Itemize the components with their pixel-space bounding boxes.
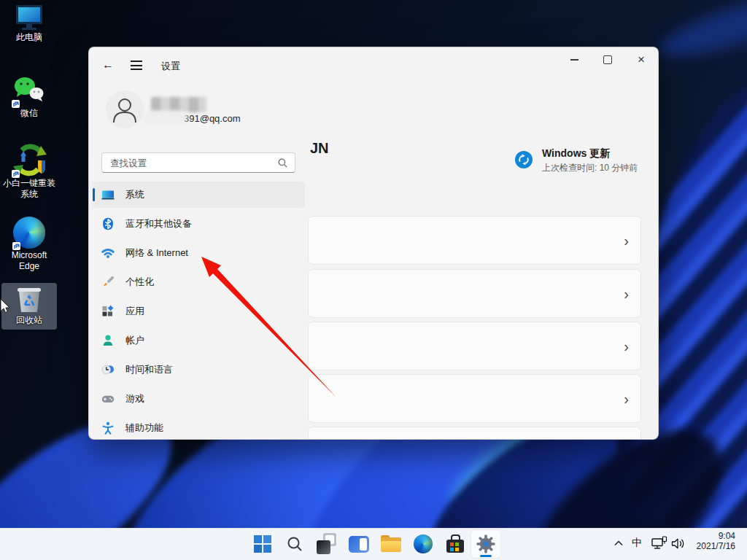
task-view-icon xyxy=(315,532,338,556)
sidebar-item-label: 辅助功能 xyxy=(125,421,163,435)
widgets-button[interactable] xyxy=(344,530,374,558)
bluetooth-icon xyxy=(101,217,115,230)
sidebar-item-apps[interactable]: 应用 xyxy=(93,298,305,324)
desktop-icon-label: 此电脑 xyxy=(1,32,57,43)
shortcut-arrow-icon xyxy=(12,242,20,250)
minimize-button[interactable] xyxy=(557,47,591,72)
apps-icon xyxy=(101,305,115,318)
windows-update-status[interactable]: Windows 更新 上次检查时间: 10 分钟前 xyxy=(515,146,654,181)
windows-update-icon xyxy=(515,151,533,168)
store-button[interactable] xyxy=(441,530,470,558)
gamepad-icon xyxy=(101,392,115,405)
desktop-icon-label: 小白一键重装 xyxy=(1,178,57,189)
minimize-icon xyxy=(570,59,578,61)
sidebar-item-time-language[interactable]: 时间和语言 xyxy=(93,357,305,383)
start-button[interactable] xyxy=(248,530,277,558)
sidebar-item-network-internet[interactable]: 网络 & Internet xyxy=(93,240,305,266)
settings-row[interactable]: › xyxy=(308,269,641,318)
settings-window: ← 设置 × 391@qq.com 查找 xyxy=(88,47,659,440)
speaker-icon xyxy=(671,537,686,550)
taskbar-search-button[interactable] xyxy=(280,530,309,558)
settings-row[interactable]: › xyxy=(308,322,641,370)
wifi-icon xyxy=(101,246,115,260)
windows-logo-icon xyxy=(254,535,271,553)
sidebar-item-label: 网络 & Internet xyxy=(125,246,188,260)
sidebar-item-label: 个性化 xyxy=(125,276,154,289)
maximize-button[interactable] xyxy=(591,47,624,72)
maximize-icon xyxy=(603,55,612,64)
file-explorer-button[interactable] xyxy=(376,530,406,558)
search-input[interactable]: 查找设置 xyxy=(101,152,295,173)
sidebar-item-label: 蓝牙和其他设备 xyxy=(125,217,192,230)
ime-label: 中 xyxy=(632,537,642,550)
account-email-redacted xyxy=(144,111,187,124)
desktop-icon-this-pc[interactable]: 此电脑 xyxy=(1,4,57,43)
system-icon xyxy=(101,188,115,201)
account-section[interactable]: 391@qq.com xyxy=(106,90,332,131)
sidebar-item-label: 帐户 xyxy=(125,334,144,347)
ethernet-icon xyxy=(651,536,667,551)
time-language-icon xyxy=(101,363,115,376)
sidebar-item-personalization[interactable]: 个性化 xyxy=(93,269,305,295)
desktop-icon-label: 微信 xyxy=(1,108,57,119)
windows-update-title: Windows 更新 xyxy=(542,147,610,160)
widgets-icon xyxy=(349,536,369,553)
desktop-screen: 此电脑 微信 xyxy=(0,0,747,560)
edge-button[interactable] xyxy=(409,530,438,558)
avatar xyxy=(106,90,144,128)
desktop-icon-label: Microsoft xyxy=(1,250,57,261)
back-button[interactable]: ← xyxy=(102,58,114,71)
search-icon xyxy=(278,158,287,168)
mouse-cursor xyxy=(0,299,10,314)
search-placeholder: 查找设置 xyxy=(110,158,147,170)
file-explorer-icon xyxy=(380,535,402,553)
desktop-icon-wechat[interactable]: 微信 xyxy=(1,74,57,119)
account-email: 391@qq.com xyxy=(184,113,241,124)
task-view-button[interactable] xyxy=(312,530,341,558)
sidebar-item-label: 游戏 xyxy=(125,392,144,405)
sidebar-item-accounts[interactable]: 帐户 xyxy=(93,327,305,354)
account-name-redacted xyxy=(151,97,206,112)
chevron-right-icon: › xyxy=(624,287,629,301)
desktop-icon-label: 系统 xyxy=(1,189,57,200)
window-title: 设置 xyxy=(161,60,180,73)
desktop-icon-xiaobai[interactable]: 小白一键重装 系统 xyxy=(1,143,57,200)
settings-row[interactable]: › xyxy=(308,427,641,440)
active-app-indicator xyxy=(480,555,492,557)
edge-icon xyxy=(414,534,433,553)
close-button[interactable]: × xyxy=(624,47,658,72)
sidebar-item-accessibility[interactable]: 辅助功能 xyxy=(93,415,305,440)
chevron-right-icon: › xyxy=(624,339,629,354)
sidebar-item-system[interactable]: 系统 xyxy=(93,182,305,208)
tray-clock[interactable]: 9:04 2021/7/16 xyxy=(690,531,735,559)
windows-update-subtitle: 上次检查时间: 10 分钟前 xyxy=(542,162,638,174)
tray-ime-indicator[interactable]: 中 xyxy=(627,533,646,553)
settings-row[interactable]: › xyxy=(308,216,641,265)
chevron-up-icon xyxy=(614,540,623,546)
search-icon xyxy=(287,536,303,552)
tray-date: 2021/7/16 xyxy=(690,541,735,551)
selection-accent xyxy=(93,188,95,201)
accounts-icon xyxy=(101,334,115,347)
sidebar-item-gaming[interactable]: 游戏 xyxy=(93,386,305,412)
desktop-icon-edge[interactable]: Microsoft Edge xyxy=(1,217,57,272)
store-icon xyxy=(446,534,465,553)
sidebar-item-label: 系统 xyxy=(125,188,144,201)
shortcut-arrow-icon xyxy=(12,100,20,108)
desktop-icon-label: Edge xyxy=(1,261,57,272)
tray-volume-icon[interactable] xyxy=(668,534,689,553)
shortcut-arrow-icon xyxy=(12,170,20,178)
brush-icon xyxy=(101,276,115,289)
navigation-menu-button[interactable] xyxy=(131,61,142,70)
settings-taskbar-button[interactable] xyxy=(471,530,500,558)
sidebar-item-bluetooth-devices[interactable]: 蓝牙和其他设备 xyxy=(93,211,305,237)
taskbar: 中 9:04 2021/7/16 xyxy=(0,528,747,560)
sidebar-item-label: 应用 xyxy=(125,305,144,318)
tray-network-icon[interactable] xyxy=(649,534,670,553)
tray-show-hidden-icons[interactable] xyxy=(610,534,627,552)
close-icon: × xyxy=(638,52,645,67)
settings-row[interactable]: › xyxy=(308,374,641,423)
recycle-bin-icon xyxy=(15,284,44,315)
desktop-icon-label: 回收站 xyxy=(1,315,57,326)
sidebar-item-label: 时间和语言 xyxy=(125,363,173,376)
